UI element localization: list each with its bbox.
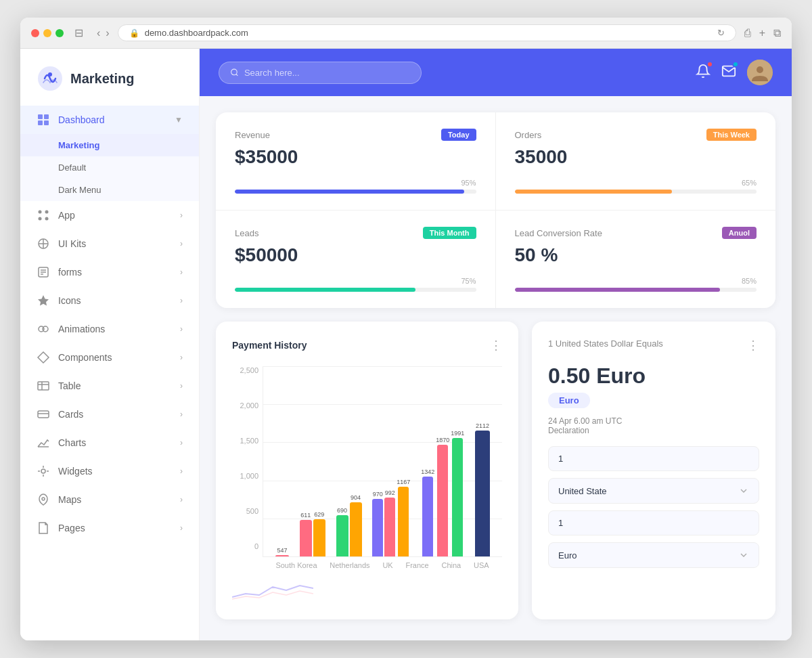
sidebar-item-icons[interactable]: Icons › bbox=[20, 286, 199, 315]
x-labels: South Korea Netherlands UK France China … bbox=[263, 557, 502, 569]
bar-val-1870: 1870 bbox=[436, 437, 449, 443]
svg-point-16 bbox=[41, 469, 45, 473]
orders-badge: This Week bbox=[706, 129, 757, 141]
conversion-progress bbox=[515, 288, 757, 292]
new-tab-icon[interactable]: + bbox=[759, 27, 765, 39]
sidebar-item-pages[interactable]: Pages › bbox=[20, 514, 199, 542]
mail-button[interactable] bbox=[721, 64, 736, 81]
svg-point-17 bbox=[42, 498, 45, 500]
dot-yellow[interactable] bbox=[43, 29, 51, 37]
sidebar-item-uikits[interactable]: UI Kits › bbox=[20, 229, 199, 258]
x-label-usa: USA bbox=[474, 561, 489, 569]
charts-chevron: › bbox=[180, 438, 183, 447]
sidebar-item-dashboard[interactable]: Dashboard ▼ bbox=[20, 106, 199, 134]
dashboard-icon bbox=[37, 113, 50, 127]
bar-cn-2 bbox=[437, 445, 448, 556]
payment-history-title: Payment History bbox=[232, 340, 307, 351]
bar-fr-2 bbox=[384, 498, 395, 556]
bar-cn-1 bbox=[422, 477, 433, 556]
svg-rect-14 bbox=[38, 382, 49, 390]
sidebar-logo: Marketing bbox=[20, 60, 199, 106]
sub-item-default[interactable]: Default bbox=[20, 156, 199, 179]
search-bar[interactable] bbox=[219, 62, 422, 84]
pages-label: Pages bbox=[58, 523, 85, 533]
uikits-chevron: › bbox=[180, 239, 183, 248]
share-icon[interactable]: ⎙ bbox=[744, 27, 751, 39]
sidebar-item-widgets[interactable]: Widgets › bbox=[20, 457, 199, 485]
metric-card-orders: Orders This Week 35000 65% bbox=[496, 112, 776, 211]
amount-from-input[interactable] bbox=[548, 446, 759, 471]
icons-chevron: › bbox=[180, 296, 183, 305]
svg-point-18 bbox=[231, 69, 238, 75]
refresh-icon[interactable]: ↻ bbox=[717, 28, 725, 38]
revenue-fill bbox=[235, 190, 464, 194]
bar-cn-3 bbox=[452, 438, 463, 556]
animations-label: Animations bbox=[58, 324, 105, 334]
chevron-down-icon bbox=[738, 485, 749, 496]
browser-nav: ‹ › bbox=[97, 27, 110, 39]
bar-val-690: 690 bbox=[337, 507, 347, 514]
bar-usa bbox=[475, 431, 490, 556]
logo-icon bbox=[37, 65, 64, 92]
svg-point-20 bbox=[757, 66, 763, 73]
sidebar-item-cards[interactable]: Cards › bbox=[20, 400, 199, 429]
dot-red[interactable] bbox=[31, 29, 39, 37]
pages-icon bbox=[37, 521, 50, 535]
notification-button[interactable] bbox=[696, 64, 710, 81]
forms-chevron: › bbox=[180, 267, 183, 277]
icons-icon bbox=[37, 294, 50, 307]
bar-val-1167: 1167 bbox=[397, 479, 410, 485]
sidebar-item-table[interactable]: Table › bbox=[20, 372, 199, 400]
payment-history-card: Payment History ⋮ 2,500 2,000 1,500 1,00… bbox=[216, 322, 518, 619]
amount-to-input[interactable] bbox=[548, 510, 759, 535]
dot-green[interactable] bbox=[55, 29, 64, 37]
search-input[interactable] bbox=[244, 68, 410, 78]
currency-name: Euro bbox=[548, 393, 590, 408]
sidebar-item-app[interactable]: App › bbox=[20, 201, 199, 229]
sub-item-dark-menu[interactable]: Dark Menu bbox=[20, 179, 199, 201]
app-icon bbox=[37, 209, 50, 222]
widgets-chevron: › bbox=[180, 466, 183, 476]
bar-nl-2 bbox=[313, 519, 325, 556]
sidebar-toggle-icon[interactable]: ⊟ bbox=[74, 26, 83, 39]
sidebar-nav: Dashboard ▼ Marketing Default Dark Menu bbox=[20, 106, 199, 542]
pages-chevron: › bbox=[180, 523, 183, 533]
currency-date: 24 Apr 6.00 am UTC Declaration bbox=[548, 416, 759, 435]
back-button[interactable]: ‹ bbox=[97, 27, 100, 39]
sidebar-item-maps[interactable]: Maps › bbox=[20, 485, 199, 514]
conversion-pct: 85% bbox=[515, 277, 757, 285]
metric-card-leads: Leads This Month $50000 75% bbox=[216, 211, 496, 308]
sub-item-marketing[interactable]: Marketing bbox=[20, 134, 199, 156]
uikits-label: UI Kits bbox=[58, 238, 86, 249]
sidebar-item-forms[interactable]: forms › bbox=[20, 258, 199, 286]
search-icon bbox=[230, 68, 239, 77]
to-currency-select[interactable]: Euro bbox=[548, 542, 759, 568]
revenue-progress bbox=[235, 190, 476, 194]
sidebar-item-components[interactable]: Components › bbox=[20, 343, 199, 372]
lock-icon: 🔒 bbox=[129, 28, 139, 38]
avatar[interactable] bbox=[747, 60, 773, 85]
from-currency-select[interactable]: United State bbox=[548, 478, 759, 504]
cards-label: Cards bbox=[58, 409, 83, 420]
y-label-2500: 2,500 bbox=[232, 366, 258, 374]
bar-fr-3 bbox=[398, 487, 409, 556]
browser-chrome: ⊟ ‹ › 🔒 demo.dashboardpack.com ↻ ⎙ + ⧉ bbox=[20, 18, 792, 49]
bar-group-china: 1342 1870 bbox=[421, 430, 464, 556]
metric-card-revenue: Revenue Today $35000 95% bbox=[216, 112, 496, 211]
leads-label: Leads bbox=[235, 228, 258, 238]
tabs-icon[interactable]: ⧉ bbox=[773, 27, 781, 39]
forward-button[interactable]: › bbox=[106, 27, 109, 39]
sidebar-item-charts[interactable]: Charts › bbox=[20, 429, 199, 457]
currency-menu[interactable]: ⋮ bbox=[747, 338, 759, 353]
currency-title: 1 United States Dollar Equals bbox=[548, 338, 663, 350]
conversion-badge: Anuol bbox=[722, 227, 757, 239]
bar-group-netherlands: 611 629 bbox=[300, 511, 325, 556]
bar-val-904: 904 bbox=[351, 494, 361, 501]
revenue-label: Revenue bbox=[235, 130, 270, 140]
sidebar-item-animations[interactable]: Animations › bbox=[20, 315, 199, 343]
payment-history-menu[interactable]: ⋮ bbox=[490, 338, 502, 353]
y-label-500: 500 bbox=[232, 507, 258, 515]
url-bar[interactable]: 🔒 demo.dashboardpack.com ↻ bbox=[118, 24, 736, 41]
svg-rect-2 bbox=[38, 114, 43, 119]
icons-label: Icons bbox=[58, 295, 81, 306]
